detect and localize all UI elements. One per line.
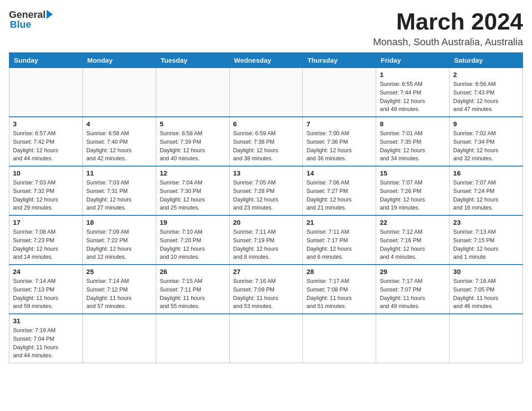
logo-blue: Blue <box>9 19 31 30</box>
day-number: 31 <box>13 317 79 325</box>
weekday-header-wednesday: Wednesday <box>229 53 303 68</box>
day-number: 17 <box>13 218 79 226</box>
calendar-cell: 22Sunrise: 7:12 AM Sunset: 7:16 PM Dayli… <box>376 215 450 265</box>
day-number: 22 <box>380 218 446 226</box>
calendar-cell: 3Sunrise: 6:57 AM Sunset: 7:42 PM Daylig… <box>9 117 83 166</box>
calendar-cell: 18Sunrise: 7:09 AM Sunset: 7:22 PM Dayli… <box>82 215 156 265</box>
day-info: Sunrise: 6:55 AM Sunset: 7:44 PM Dayligh… <box>380 80 446 114</box>
day-number: 27 <box>233 268 299 275</box>
day-info: Sunrise: 7:12 AM Sunset: 7:16 PM Dayligh… <box>380 228 446 261</box>
calendar-cell: 14Sunrise: 7:06 AM Sunset: 7:27 PM Dayli… <box>303 166 376 215</box>
day-info: Sunrise: 7:06 AM Sunset: 7:27 PM Dayligh… <box>306 179 372 212</box>
day-number: 4 <box>86 120 152 128</box>
day-info: Sunrise: 6:58 AM Sunset: 7:39 PM Dayligh… <box>160 129 226 163</box>
calendar-cell: 25Sunrise: 7:14 AM Sunset: 7:12 PM Dayli… <box>82 265 156 314</box>
weekday-header-monday: Monday <box>82 53 156 68</box>
day-info: Sunrise: 7:15 AM Sunset: 7:11 PM Dayligh… <box>160 277 226 311</box>
day-number: 15 <box>380 169 446 177</box>
calendar-cell <box>82 68 156 117</box>
calendar-cell <box>303 68 376 117</box>
day-number: 21 <box>306 218 372 226</box>
day-number: 1 <box>380 71 446 78</box>
day-info: Sunrise: 7:03 AM Sunset: 7:32 PM Dayligh… <box>13 179 79 212</box>
day-info: Sunrise: 6:56 AM Sunset: 7:43 PM Dayligh… <box>453 80 519 114</box>
calendar-cell <box>376 314 450 363</box>
day-info: Sunrise: 7:04 AM Sunset: 7:30 PM Dayligh… <box>160 179 226 212</box>
calendar-week-3: 10Sunrise: 7:03 AM Sunset: 7:32 PM Dayli… <box>9 166 523 215</box>
day-number: 14 <box>306 169 372 177</box>
calendar-cell: 24Sunrise: 7:14 AM Sunset: 7:13 PM Dayli… <box>9 265 83 314</box>
logo: General Blue <box>9 9 53 30</box>
calendar-cell: 7Sunrise: 7:00 AM Sunset: 7:36 PM Daylig… <box>303 117 376 166</box>
day-info: Sunrise: 7:13 AM Sunset: 7:15 PM Dayligh… <box>453 228 519 261</box>
day-number: 7 <box>306 120 372 128</box>
calendar-cell: 16Sunrise: 7:07 AM Sunset: 7:24 PM Dayli… <box>450 166 523 215</box>
day-number: 29 <box>380 268 446 275</box>
calendar-cell: 29Sunrise: 7:17 AM Sunset: 7:07 PM Dayli… <box>376 265 450 314</box>
calendar-week-1: 1Sunrise: 6:55 AM Sunset: 7:44 PM Daylig… <box>9 68 523 117</box>
calendar-cell: 26Sunrise: 7:15 AM Sunset: 7:11 PM Dayli… <box>156 265 229 314</box>
calendar-cell: 1Sunrise: 6:55 AM Sunset: 7:44 PM Daylig… <box>376 68 450 117</box>
page-title: March 2024 <box>373 9 523 34</box>
calendar-week-2: 3Sunrise: 6:57 AM Sunset: 7:42 PM Daylig… <box>9 117 523 166</box>
calendar-week-5: 24Sunrise: 7:14 AM Sunset: 7:13 PM Dayli… <box>9 265 523 314</box>
day-info: Sunrise: 7:07 AM Sunset: 7:24 PM Dayligh… <box>453 179 519 212</box>
calendar-cell: 19Sunrise: 7:10 AM Sunset: 7:20 PM Dayli… <box>156 215 229 265</box>
day-number: 24 <box>13 268 79 275</box>
day-number: 6 <box>233 120 299 128</box>
day-number: 2 <box>453 71 519 78</box>
calendar-cell: 12Sunrise: 7:04 AM Sunset: 7:30 PM Dayli… <box>156 166 229 215</box>
calendar-cell <box>229 68 303 117</box>
calendar-cell <box>156 68 229 117</box>
calendar-cell <box>450 314 523 363</box>
day-info: Sunrise: 7:00 AM Sunset: 7:36 PM Dayligh… <box>306 129 372 163</box>
day-number: 16 <box>453 169 519 177</box>
calendar-week-4: 17Sunrise: 7:08 AM Sunset: 7:23 PM Dayli… <box>9 215 523 265</box>
day-info: Sunrise: 7:19 AM Sunset: 7:04 PM Dayligh… <box>13 326 79 360</box>
day-number: 18 <box>86 218 152 226</box>
subtitle: Monash, South Australia, Australia <box>373 36 523 48</box>
day-info: Sunrise: 7:11 AM Sunset: 7:19 PM Dayligh… <box>233 228 299 261</box>
day-number: 5 <box>160 120 226 128</box>
day-info: Sunrise: 7:18 AM Sunset: 7:05 PM Dayligh… <box>453 277 519 311</box>
header: General Blue March 2024 Monash, South Au… <box>9 9 523 48</box>
weekday-header-row: SundayMondayTuesdayWednesdayThursdayFrid… <box>9 53 523 68</box>
weekday-header-friday: Friday <box>376 53 450 68</box>
day-info: Sunrise: 7:03 AM Sunset: 7:31 PM Dayligh… <box>86 179 152 212</box>
weekday-header-saturday: Saturday <box>450 53 523 68</box>
calendar-cell: 31Sunrise: 7:19 AM Sunset: 7:04 PM Dayli… <box>9 314 83 363</box>
weekday-header-thursday: Thursday <box>303 53 376 68</box>
calendar-cell: 28Sunrise: 7:17 AM Sunset: 7:08 PM Dayli… <box>303 265 376 314</box>
calendar-cell: 15Sunrise: 7:07 AM Sunset: 7:26 PM Dayli… <box>376 166 450 215</box>
calendar-cell: 11Sunrise: 7:03 AM Sunset: 7:31 PM Dayli… <box>82 166 156 215</box>
day-info: Sunrise: 7:08 AM Sunset: 7:23 PM Dayligh… <box>13 228 79 261</box>
calendar-cell: 21Sunrise: 7:11 AM Sunset: 7:17 PM Dayli… <box>303 215 376 265</box>
calendar-cell: 20Sunrise: 7:11 AM Sunset: 7:19 PM Dayli… <box>229 215 303 265</box>
day-number: 30 <box>453 268 519 275</box>
calendar-cell <box>156 314 229 363</box>
calendar-week-6: 31Sunrise: 7:19 AM Sunset: 7:04 PM Dayli… <box>9 314 523 363</box>
day-number: 8 <box>380 120 446 128</box>
day-number: 26 <box>160 268 226 275</box>
day-info: Sunrise: 7:02 AM Sunset: 7:34 PM Dayligh… <box>453 129 519 163</box>
calendar-cell: 4Sunrise: 6:58 AM Sunset: 7:40 PM Daylig… <box>82 117 156 166</box>
day-number: 28 <box>306 268 372 275</box>
day-number: 9 <box>453 120 519 128</box>
day-info: Sunrise: 7:07 AM Sunset: 7:26 PM Dayligh… <box>380 179 446 212</box>
day-info: Sunrise: 7:14 AM Sunset: 7:13 PM Dayligh… <box>13 277 79 311</box>
day-info: Sunrise: 7:14 AM Sunset: 7:12 PM Dayligh… <box>86 277 152 311</box>
calendar-cell <box>303 314 376 363</box>
logo-arrow-icon <box>47 10 53 19</box>
calendar-cell: 27Sunrise: 7:16 AM Sunset: 7:09 PM Dayli… <box>229 265 303 314</box>
calendar-cell: 9Sunrise: 7:02 AM Sunset: 7:34 PM Daylig… <box>450 117 523 166</box>
weekday-header-sunday: Sunday <box>9 53 83 68</box>
calendar-cell: 17Sunrise: 7:08 AM Sunset: 7:23 PM Dayli… <box>9 215 83 265</box>
calendar-cell: 10Sunrise: 7:03 AM Sunset: 7:32 PM Dayli… <box>9 166 83 215</box>
calendar-cell: 13Sunrise: 7:05 AM Sunset: 7:28 PM Dayli… <box>229 166 303 215</box>
day-info: Sunrise: 6:58 AM Sunset: 7:40 PM Dayligh… <box>86 129 152 163</box>
day-number: 3 <box>13 120 79 128</box>
calendar-table: SundayMondayTuesdayWednesdayThursdayFrid… <box>9 52 523 363</box>
day-number: 23 <box>453 218 519 226</box>
day-info: Sunrise: 7:01 AM Sunset: 7:35 PM Dayligh… <box>380 129 446 163</box>
calendar-cell: 23Sunrise: 7:13 AM Sunset: 7:15 PM Dayli… <box>450 215 523 265</box>
